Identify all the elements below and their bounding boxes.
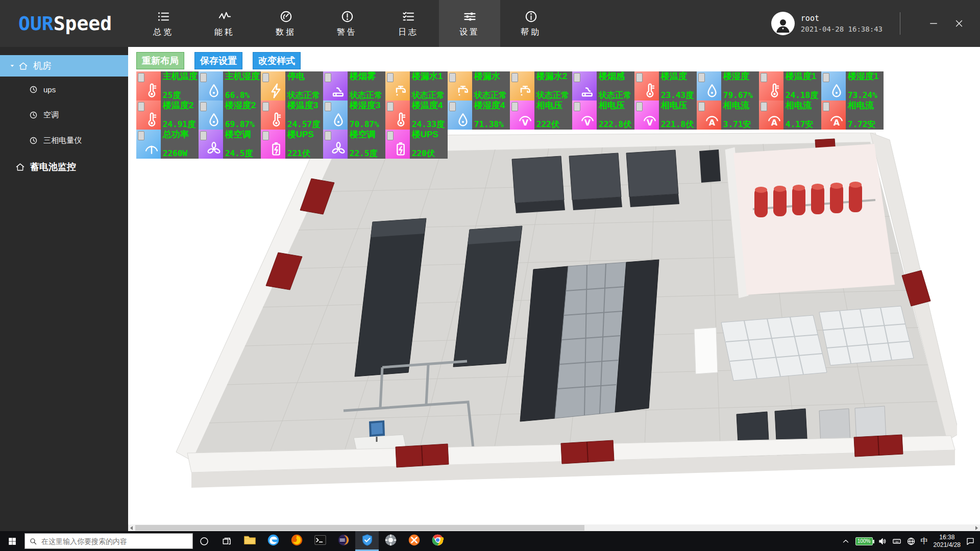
tile-checkbox[interactable] (449, 73, 456, 82)
sensor-tile[interactable]: 楼温度 23.43度 (634, 71, 697, 101)
sensor-tile[interactable]: 主机温度 25度 (136, 71, 199, 101)
tile-checkbox[interactable] (138, 131, 144, 140)
search-input[interactable] (41, 537, 188, 545)
nav-item[interactable]: 设置 (439, 0, 500, 47)
tile-checkbox[interactable] (325, 73, 331, 82)
tile-checkbox[interactable] (325, 102, 331, 111)
nav-item[interactable]: 能耗 (194, 0, 255, 47)
toolbar-button[interactable]: 改变样式 (253, 52, 301, 69)
taskbar-clock[interactable]: 16:38 2021/4/28 (934, 534, 961, 549)
sidebar-item[interactable]: 蓄电池监控 (0, 153, 128, 181)
scrollbar-thumb[interactable] (135, 525, 584, 531)
sensor-tile[interactable]: 停电 状态正常 (261, 71, 323, 101)
toolbar-button[interactable]: 重新布局 (136, 52, 184, 69)
sensor-tile[interactable]: 楼UPS 221伏 (261, 130, 323, 159)
tile-checkbox[interactable] (636, 102, 643, 111)
sensor-tile[interactable]: 楼湿度2 69.87% (199, 101, 261, 130)
tile-checkbox[interactable] (761, 102, 767, 111)
minimize-icon[interactable] (926, 16, 941, 31)
taskbar-app[interactable] (238, 531, 261, 551)
sensor-tile[interactable]: 楼湿度3 70.87% (323, 101, 385, 130)
taskbar-app[interactable] (332, 531, 355, 551)
nav-item[interactable]: 警告 (316, 0, 378, 47)
tile-checkbox[interactable] (262, 102, 269, 111)
sensor-tile[interactable]: 楼烟雾 状态正常 (323, 71, 385, 101)
sensor-tile[interactable]: V 相电压 221.8伏 (634, 101, 697, 130)
sensor-tile[interactable]: 楼漏水2 状态正常 (510, 71, 572, 101)
tile-checkbox[interactable] (698, 73, 705, 82)
nav-item[interactable]: 数据 (255, 0, 316, 47)
sensor-tile[interactable]: 楼湿度4 71.38% (448, 101, 510, 130)
tile-checkbox[interactable] (200, 102, 207, 111)
sidebar-item[interactable]: 空调 (0, 102, 128, 128)
sensor-tile[interactable]: 主机湿度 66.8% (199, 71, 261, 101)
user-avatar-icon[interactable] (771, 12, 795, 35)
tile-checkbox[interactable] (387, 102, 394, 111)
sensor-tile[interactable]: 楼漏水1 状态正常 (385, 71, 448, 101)
sensor-tile[interactable]: A 相电流 3.71安 (697, 101, 759, 130)
windows-start-icon[interactable] (0, 531, 24, 551)
nav-item[interactable]: 帮助 (500, 0, 561, 47)
sensor-tile[interactable]: 楼空调 24.5度 (199, 130, 261, 159)
taskbar-app[interactable] (285, 531, 308, 551)
nav-item[interactable]: 总览 (133, 0, 194, 47)
sensor-tile[interactable]: 楼温度1 24.18度 (759, 71, 821, 101)
sidebar-item[interactable]: 机房 (0, 55, 128, 77)
tile-checkbox[interactable] (574, 73, 580, 82)
taskbar-app[interactable] (308, 531, 332, 551)
tile-checkbox[interactable] (262, 73, 269, 82)
tile-checkbox[interactable] (636, 73, 643, 82)
sensor-tile[interactable]: 楼温度3 24.57度 (261, 101, 323, 130)
scroll-right-arrow-icon[interactable] (973, 524, 980, 531)
sensor-tile[interactable]: 楼湿度 79.67% (697, 71, 759, 101)
battery-indicator[interactable]: 100% (855, 537, 873, 545)
tile-checkbox[interactable] (387, 73, 394, 82)
sidebar-item[interactable]: 三相电量仪 (0, 128, 128, 153)
tile-checkbox[interactable] (823, 102, 829, 111)
toolbar-button[interactable]: 保存设置 (194, 52, 242, 69)
sidebar-item[interactable]: ups (0, 77, 128, 102)
taskbar-app[interactable] (261, 531, 285, 551)
cortana-icon[interactable] (193, 531, 215, 551)
tile-checkbox[interactable] (761, 73, 767, 82)
taskbar-app[interactable] (379, 531, 402, 551)
tile-checkbox[interactable] (449, 102, 456, 111)
tile-checkbox[interactable] (574, 102, 580, 111)
ime-indicator[interactable]: 中 (921, 536, 928, 546)
nav-item[interactable]: 日志 (378, 0, 439, 47)
tile-checkbox[interactable] (138, 102, 144, 111)
task-view-icon[interactable] (215, 531, 238, 551)
tile-checkbox[interactable] (511, 73, 518, 82)
sensor-tile[interactable]: V 相电压 222.8伏 (572, 101, 634, 130)
scroll-left-arrow-icon[interactable] (128, 524, 135, 531)
taskbar-app[interactable] (355, 531, 379, 551)
tile-checkbox[interactable] (698, 102, 705, 111)
sensor-tile[interactable]: 总功率 2260W (136, 130, 199, 159)
tile-checkbox[interactable] (325, 131, 331, 140)
tile-checkbox[interactable] (200, 73, 207, 82)
sensor-tile[interactable]: 楼漏水 状态正常 (448, 71, 510, 101)
sensor-tile[interactable]: 楼温度2 24.91度 (136, 101, 199, 130)
chevron-up-icon[interactable] (841, 537, 850, 546)
taskbar-app[interactable] (402, 531, 426, 551)
volume-icon[interactable] (878, 537, 887, 546)
tile-checkbox[interactable] (200, 131, 207, 140)
sensor-tile[interactable]: 楼空调 22.5度 (323, 130, 385, 159)
sensor-tile[interactable]: V 相电压 222伏 (510, 101, 572, 130)
taskbar-search[interactable] (24, 533, 193, 549)
tile-checkbox[interactable] (138, 73, 144, 82)
globe-icon[interactable] (906, 537, 916, 546)
notification-icon[interactable] (966, 537, 975, 546)
tile-checkbox[interactable] (262, 131, 269, 140)
taskbar-app[interactable] (426, 531, 449, 551)
sensor-tile[interactable]: 楼UPS 220伏 (385, 130, 448, 159)
close-icon[interactable] (951, 16, 967, 31)
sensor-tile[interactable]: A 相电流 7.72安 (821, 101, 884, 130)
tile-checkbox[interactable] (387, 131, 394, 140)
sensor-tile[interactable]: A 相电流 4.17安 (759, 101, 821, 130)
tile-checkbox[interactable] (511, 102, 518, 111)
sensor-tile[interactable]: 楼温度4 24.33度 (385, 101, 448, 130)
keyboard-icon[interactable] (892, 537, 901, 546)
sensor-tile[interactable]: 楼湿度1 73.24% (821, 71, 884, 101)
h-scrollbar[interactable] (128, 524, 980, 531)
